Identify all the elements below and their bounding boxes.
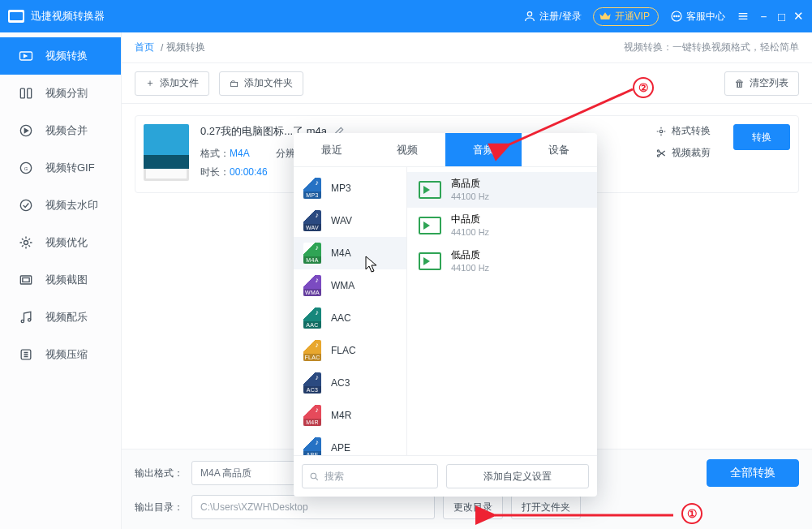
format-file-icon bbox=[303, 275, 321, 296]
output-dir-label: 输出目录： bbox=[135, 501, 183, 514]
search-icon bbox=[309, 471, 320, 482]
menu-icon bbox=[737, 10, 750, 23]
breadcrumb-current: 视频转换 bbox=[166, 41, 205, 54]
sidebar-item-music[interactable]: 视频配乐 bbox=[0, 299, 121, 336]
sidebar-item-split[interactable]: 视频分割 bbox=[0, 75, 121, 112]
video-crop-action[interactable]: 视频裁剪 bbox=[655, 146, 711, 160]
add-custom-label: 添加自定义设置 bbox=[483, 470, 552, 484]
file-format-label: 格式： bbox=[200, 148, 230, 159]
sidebar-item-screenshot[interactable]: 视频截图 bbox=[0, 261, 121, 299]
sidebar: 视频转换 视频分割 视频合并 G视频转GIF 视频去水印 视频优化 视频截图 视… bbox=[0, 32, 122, 529]
app-logo-icon bbox=[8, 10, 24, 23]
format-label: WAV bbox=[331, 215, 352, 226]
video-crop-label: 视频裁剪 bbox=[672, 146, 711, 160]
change-dir-button[interactable]: 更改目录 bbox=[443, 495, 503, 519]
format-item-wav[interactable]: WAV bbox=[294, 204, 406, 237]
format-item-m4r[interactable]: M4R bbox=[294, 399, 406, 432]
add-custom-button[interactable]: 添加自定义设置 bbox=[446, 464, 589, 488]
maximize-button[interactable]: □ bbox=[778, 10, 785, 24]
sidebar-item-label: 视频去水印 bbox=[45, 198, 98, 213]
sidebar-item-compress[interactable]: 视频压缩 bbox=[0, 336, 121, 373]
quality-item-1[interactable]: 中品质44100 Hz bbox=[407, 208, 597, 243]
tab-recent[interactable]: 最近 bbox=[294, 133, 370, 166]
svg-point-11 bbox=[20, 200, 31, 210]
account-link[interactable]: 注册/登录 bbox=[523, 10, 581, 24]
format-file-icon bbox=[303, 372, 321, 394]
convert-all-label: 全部转换 bbox=[730, 466, 775, 480]
help-link[interactable]: 客服中心 bbox=[670, 10, 725, 24]
tab-label: 音频 bbox=[473, 143, 494, 157]
quality-icon bbox=[419, 252, 441, 270]
convert-button[interactable]: 转换 bbox=[733, 124, 790, 150]
format-file-icon bbox=[303, 178, 321, 199]
svg-point-2 bbox=[674, 15, 675, 16]
format-label: AC3 bbox=[331, 377, 350, 389]
format-convert-action[interactable]: 格式转换 bbox=[655, 124, 711, 138]
svg-text:G: G bbox=[24, 166, 28, 171]
format-item-flac[interactable]: FLAC bbox=[294, 334, 406, 367]
plus-icon: ＋ bbox=[145, 76, 155, 90]
menu-button[interactable] bbox=[737, 10, 750, 23]
tab-device[interactable]: 设备 bbox=[522, 133, 598, 166]
format-file-icon bbox=[303, 243, 321, 264]
format-item-ac3[interactable]: AC3 bbox=[294, 367, 406, 399]
help-label: 客服中心 bbox=[686, 10, 725, 24]
format-item-m4a[interactable]: M4A bbox=[294, 237, 406, 269]
format-item-ape[interactable]: APE bbox=[294, 432, 406, 455]
sidebar-item-label: 视频压缩 bbox=[45, 347, 88, 362]
quality-icon bbox=[419, 217, 441, 234]
format-search-input[interactable]: 搜索 bbox=[302, 464, 438, 488]
format-label: M4R bbox=[331, 410, 351, 421]
quality-title: 低品质 bbox=[451, 249, 489, 262]
sidebar-item-label: 视频合并 bbox=[45, 123, 88, 138]
svg-point-18 bbox=[659, 130, 663, 133]
svg-point-12 bbox=[24, 241, 28, 245]
add-file-label: 添加文件 bbox=[160, 76, 199, 90]
sidebar-item-optimize[interactable]: 视频优化 bbox=[0, 224, 121, 261]
tab-label: 最近 bbox=[321, 143, 342, 157]
svg-rect-6 bbox=[20, 88, 24, 98]
sidebar-item-convert[interactable]: 视频转换 bbox=[0, 37, 121, 75]
quality-sub: 44100 Hz bbox=[451, 226, 489, 238]
app-title: 迅捷视频转换器 bbox=[31, 9, 105, 24]
format-file-icon bbox=[303, 340, 321, 361]
format-item-mp3[interactable]: MP3 bbox=[294, 172, 406, 204]
user-icon bbox=[523, 10, 536, 23]
quality-sub: 44100 Hz bbox=[451, 262, 489, 273]
tab-video[interactable]: 视频 bbox=[370, 133, 446, 166]
svg-point-4 bbox=[678, 15, 679, 16]
output-dir-value: C:\Users\XZWH\Desktop bbox=[200, 501, 308, 513]
tab-audio[interactable]: 音频 bbox=[445, 133, 522, 166]
format-item-wma[interactable]: WMA bbox=[294, 269, 406, 302]
svg-point-15 bbox=[21, 320, 24, 322]
close-button[interactable]: ✕ bbox=[793, 9, 804, 24]
crown-icon bbox=[599, 10, 612, 23]
sidebar-item-gif[interactable]: G视频转GIF bbox=[0, 149, 121, 187]
quality-title: 中品质 bbox=[451, 213, 489, 226]
open-dir-button[interactable]: 打开文件夹 bbox=[511, 495, 581, 519]
sidebar-item-label: 视频配乐 bbox=[45, 310, 88, 325]
add-file-button[interactable]: ＋添加文件 bbox=[135, 71, 209, 96]
popup-tabs: 最近 视频 音频 设备 bbox=[294, 133, 597, 167]
file-dur-label: 时长： bbox=[200, 166, 230, 178]
format-item-aac[interactable]: AAC bbox=[294, 302, 406, 334]
change-dir-label: 更改目录 bbox=[453, 501, 492, 514]
convert-all-button[interactable]: 全部转换 bbox=[707, 459, 799, 487]
clear-list-button[interactable]: 🗑清空列表 bbox=[724, 71, 799, 96]
minimize-button[interactable]: － bbox=[758, 9, 770, 24]
gear-icon bbox=[655, 126, 667, 137]
sidebar-item-merge[interactable]: 视频合并 bbox=[0, 112, 121, 149]
quality-item-2[interactable]: 低品质44100 Hz bbox=[407, 243, 597, 279]
quality-item-0[interactable]: 高品质44100 Hz bbox=[407, 172, 597, 208]
sidebar-item-watermark[interactable]: 视频去水印 bbox=[0, 187, 121, 224]
add-folder-button[interactable]: 🗀添加文件夹 bbox=[219, 71, 303, 96]
scissors-icon bbox=[655, 148, 667, 159]
output-dir-field[interactable]: C:\Users\XZWH\Desktop bbox=[191, 495, 435, 519]
breadcrumb-home[interactable]: 首页 bbox=[135, 41, 154, 54]
main-area: 首页 / 视频转换 视频转换：一键转换视频格式，轻松简单 ＋添加文件 🗀添加文件… bbox=[122, 32, 812, 529]
output-format-value: M4A 高品质 bbox=[200, 467, 251, 480]
vip-button[interactable]: 开通VIP bbox=[593, 7, 659, 26]
quality-list[interactable]: 高品质44100 Hz中品质44100 Hz低品质44100 Hz bbox=[407, 167, 597, 455]
sidebar-item-label: 视频优化 bbox=[45, 235, 88, 250]
format-list[interactable]: MP3WAVM4AWMAAACFLACAC3M4RAPE bbox=[294, 167, 407, 455]
